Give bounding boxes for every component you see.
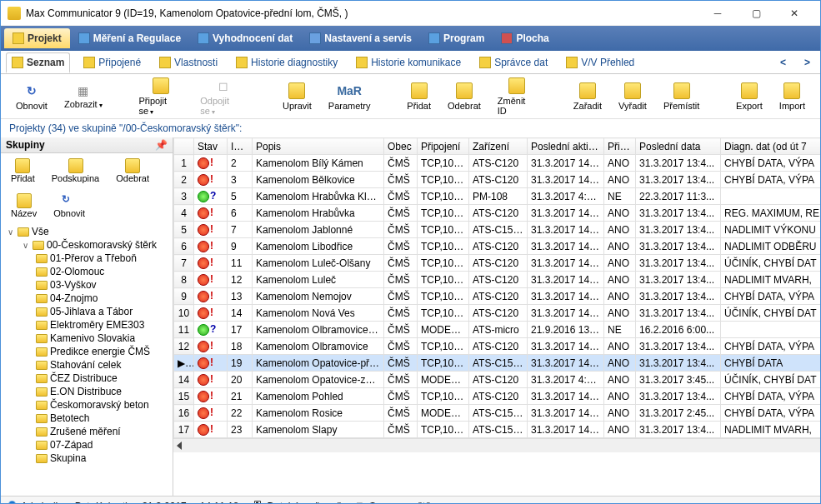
maximize-button[interactable]: ▢ xyxy=(737,1,775,26)
table-row[interactable]: 12!18Kamenolom OlbramoviceČMŠTCP,10.7...… xyxy=(174,338,821,355)
table-row[interactable]: 7!11Kamenolom Luleč-OlšanyČMŠTCP,10.2...… xyxy=(174,255,821,272)
table-row[interactable]: 8!12Kamenolom LulečČMŠTCP,10.2...ATS-C12… xyxy=(174,272,821,288)
btn-zmenit[interactable]: Změnit ID xyxy=(489,76,545,117)
tree-item[interactable]: Betotech xyxy=(3,412,171,425)
tab-vlastnosti[interactable]: Vlastnosti xyxy=(154,53,223,72)
btn-parametry[interactable]: MaRParametry xyxy=(320,81,379,112)
minimize-button[interactable]: ─ xyxy=(698,1,737,26)
side-btn-pridat[interactable]: Přidat xyxy=(4,157,42,185)
tree-item[interactable]: Elektroměry EME303 xyxy=(3,318,171,332)
btn-import[interactable]: Import xyxy=(771,81,813,112)
menu-plocha[interactable]: Plocha xyxy=(493,28,557,48)
tab-vv[interactable]: V/V Přehled xyxy=(561,53,639,72)
tree-item[interactable]: 05-Jihlava a Tábor xyxy=(3,305,171,318)
table-row[interactable]: 5!7Kamenolom JablonnéČMŠTCP,10.2...ATS-C… xyxy=(174,222,821,238)
tab-seznam[interactable]: Seznam xyxy=(6,52,70,73)
col-obec[interactable]: Obec xyxy=(384,138,418,155)
btn-premistit[interactable]: Přemístit xyxy=(655,81,708,112)
col-pripojeni[interactable]: Připojení xyxy=(418,138,469,155)
io-icon xyxy=(566,57,578,68)
tree-item[interactable]: Skupina xyxy=(3,452,171,465)
tab-pripojene[interactable]: Připojené xyxy=(78,53,146,72)
table-row[interactable]: 9!13Kamenolom NemojovČMŠTCP,10.2...ATS-C… xyxy=(174,288,821,305)
col-popis[interactable]: Popis xyxy=(253,138,384,155)
tab-historie-kom[interactable]: Historie komunikace xyxy=(351,53,466,72)
btn-upravit[interactable]: Upravit xyxy=(274,81,320,112)
doc-icon xyxy=(356,57,368,68)
tree-item[interactable]: 07-Západ xyxy=(3,438,171,452)
table-row[interactable]: 3?5Kamenolom Hrabůvka Klokoč...ČMŠTCP,10… xyxy=(174,188,821,205)
subgroup-icon xyxy=(68,158,83,173)
table-row[interactable]: 2!3Kamenolom BělkoviceČMŠTCP,10.2...ATS-… xyxy=(174,172,821,188)
btn-vyradit[interactable]: Vyřadit xyxy=(610,81,655,112)
btn-zobrazit[interactable]: Zobrazit xyxy=(56,82,111,111)
menu-nastaveni[interactable]: Nastavení a servis xyxy=(301,28,420,48)
table-row[interactable]: 1!2Kamenolom Bílý KámenČMŠTCP,10.2...ATS… xyxy=(174,155,821,172)
tree-item[interactable]: 01-Přerov a Třeboň xyxy=(3,252,171,265)
col-prip2[interactable]: Přip... xyxy=(604,138,636,155)
side-btn-obnovit[interactable]: Obnovit xyxy=(47,192,92,220)
tree-item[interactable]: ∨00-Českomoravský štěrk xyxy=(3,238,171,252)
projects-label: Projekty (34) ve skupině "/00-Českomorav… xyxy=(1,119,820,137)
col-stav[interactable]: Stav xyxy=(194,138,228,155)
pin-icon[interactable]: 📌 xyxy=(155,139,168,151)
menu-projekt[interactable]: Projekt xyxy=(4,28,70,48)
tree-item[interactable]: Stahování celek xyxy=(3,358,171,372)
tree[interactable]: ∨Vše∨00-Českomoravský štěrk01-Přerov a T… xyxy=(1,223,173,496)
table-row[interactable]: 14!20Kamenolom Opatovice-zadní...ČMŠMODE… xyxy=(174,372,821,388)
menu-vyhodnoceni[interactable]: Vyhodnocení dat xyxy=(189,28,301,48)
menu-program[interactable]: Program xyxy=(420,28,493,48)
tree-item[interactable]: E.ON Distribuce xyxy=(3,385,171,398)
tree-item[interactable]: ∨Vše xyxy=(3,225,171,238)
tree-item[interactable]: 03-Vyškov xyxy=(3,278,171,292)
tab-spravce[interactable]: Správce dat xyxy=(474,53,553,72)
tree-item[interactable]: 02-Olomouc xyxy=(3,265,171,278)
table-row[interactable]: 11?17Kamenolom Olbramovice Vod...ČMŠMODE… xyxy=(174,322,821,338)
table-row[interactable]: 15!21Kamenolom PohledČMŠTCP,10.2...ATS-C… xyxy=(174,388,821,405)
side-btn-odebrat[interactable]: Odebrat xyxy=(109,157,156,185)
desktop-icon xyxy=(501,32,513,44)
side-btn-podskupina[interactable]: Podskupina xyxy=(45,157,107,185)
status-face-icon xyxy=(198,324,209,336)
plug-icon xyxy=(83,57,95,68)
table-row[interactable]: ▶ 13!19Kamenolom Opatovice-před...ČMŠTCP… xyxy=(174,355,821,372)
btn-obnovit[interactable]: Obnovit xyxy=(8,81,56,112)
menu-mereni[interactable]: Měření a Regulace xyxy=(70,28,189,48)
tab-historie-diag[interactable]: Historie diagnostiky xyxy=(231,53,343,72)
side-btn-nazev[interactable]: Název xyxy=(4,192,43,220)
data-grid[interactable]: Stav ID ▼ Popis Obec Připojení Zařízení … xyxy=(173,137,820,496)
btn-odebrat[interactable]: Odebrat xyxy=(439,81,489,112)
col-aktivace[interactable]: Poslední aktivace xyxy=(528,138,604,155)
tree-item[interactable]: 04-Znojmo xyxy=(3,292,171,305)
btn-odpojit[interactable]: ◻Odpojit se xyxy=(192,76,254,117)
col-zarizeni[interactable]: Zařízení xyxy=(469,138,528,155)
status-face-icon xyxy=(198,407,209,419)
sheet-icon xyxy=(198,32,209,44)
table-row[interactable]: 16!22Kamenolom RosiceČMŠMODEM,0...ATS-C1… xyxy=(174,405,821,422)
col-diag[interactable]: Diagn. dat (od út 7 xyxy=(721,138,821,155)
close-button[interactable]: ✕ xyxy=(775,1,813,26)
tree-item[interactable]: Predikce energie ČMŠ xyxy=(3,345,171,358)
table-row[interactable]: 10!14Kamenolom Nová VesČMŠTCP,10.2...ATS… xyxy=(174,305,821,322)
btn-export[interactable]: Export xyxy=(728,81,771,112)
btn-pripojit[interactable]: Připojit se xyxy=(130,76,192,117)
tree-item[interactable]: ČEZ Distribuce xyxy=(3,372,171,385)
hscrollbar[interactable] xyxy=(173,438,820,452)
tree-item[interactable]: Zrušené měření xyxy=(3,425,171,438)
export-icon xyxy=(741,82,758,99)
btn-zaradit[interactable]: Zařadit xyxy=(565,81,610,112)
scroll-left-icon[interactable] xyxy=(177,442,182,450)
folder-icon xyxy=(36,267,48,277)
nav-next[interactable]: > xyxy=(799,57,815,68)
tree-item[interactable]: Českomoravský beton xyxy=(3,398,171,412)
nav-prev[interactable]: < xyxy=(775,57,791,68)
table-row[interactable]: 4!6Kamenolom HrabůvkaČMŠTCP,10.2...ATS-C… xyxy=(174,205,821,222)
table-row[interactable]: 6!9Kamenolom LibodřiceČMŠTCP,10.2...ATS-… xyxy=(174,238,821,255)
table-row[interactable]: 17!23Kamenolom SlapyČMŠTCP,10.2...ATS-C1… xyxy=(174,422,821,438)
tree-item[interactable]: Kamenivo Slovakia xyxy=(3,332,171,345)
col-id[interactable]: ID ▼ xyxy=(228,138,253,155)
col-data[interactable]: Poslední data xyxy=(636,138,721,155)
assign-icon xyxy=(579,82,596,99)
btn-pridat[interactable]: Přidat xyxy=(398,81,439,112)
list-icon xyxy=(12,57,23,68)
